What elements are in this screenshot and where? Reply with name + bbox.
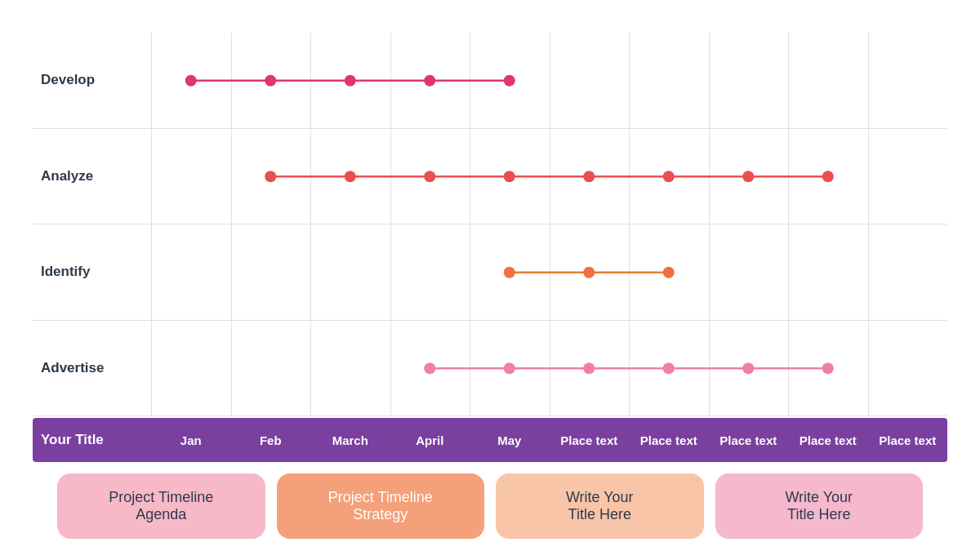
header-month: Place text (709, 429, 789, 452)
gantt-rows: DevelopAnalyzeIdentifyAdvertise (33, 33, 947, 416)
gantt-cell (629, 129, 709, 224)
gantt-cell (470, 129, 550, 224)
gantt-cell (310, 224, 390, 320)
header-month: Feb (231, 429, 311, 452)
gantt-cells-3 (151, 321, 947, 416)
gantt-row-develop: Develop (33, 33, 947, 129)
gantt-cell (310, 33, 390, 128)
gantt-wrapper: DevelopAnalyzeIdentifyAdvertise (33, 33, 947, 416)
gantt-cell (868, 129, 948, 224)
gantt-cell (709, 33, 789, 128)
task-label-advertise: Advertise (33, 360, 151, 376)
gantt-cell (470, 33, 550, 128)
gantt-cell (550, 33, 630, 128)
gantt-cell (151, 224, 231, 320)
gantt-cell (231, 33, 311, 128)
gantt-cell (868, 321, 948, 416)
gantt-cell (390, 321, 470, 416)
gantt-cell (470, 224, 550, 320)
header-month: Place text (868, 429, 948, 452)
header-title: Your Title (33, 427, 151, 453)
gantt-cell (231, 321, 311, 416)
gantt-cell (390, 33, 470, 128)
gantt-cell (550, 224, 630, 320)
header-month: April (390, 429, 470, 452)
page: DevelopAnalyzeIdentifyAdvertise Your Tit… (0, 0, 980, 551)
gantt-cells-1 (151, 129, 947, 224)
gantt-cells-0 (151, 33, 947, 128)
task-label-identify: Identify (33, 264, 151, 280)
header-month: Jan (151, 429, 231, 452)
header-month: March (310, 429, 390, 452)
gantt-cell (390, 224, 470, 320)
gantt-row-identify: Identify (33, 224, 947, 321)
gantt-row-analyze: Analyze (33, 129, 947, 225)
gantt-cell (231, 224, 311, 320)
gantt-cell (310, 321, 390, 416)
gantt-cell (788, 129, 868, 224)
gantt-cell (470, 321, 550, 416)
gantt-cell (629, 33, 709, 128)
gantt-cell (788, 321, 868, 416)
gantt-cell (629, 321, 709, 416)
bottom-card-1[interactable]: Project Timeline Strategy (277, 473, 485, 539)
gantt-cell (788, 224, 868, 320)
header-month: Place text (550, 429, 630, 452)
bottom-cards: Project Timeline AgendaProject Timeline … (33, 473, 947, 539)
gantt-cell (390, 129, 470, 224)
bottom-card-2[interactable]: Write Your Title Here (496, 473, 704, 539)
gantt-cell (151, 129, 231, 224)
gantt-cell (151, 321, 231, 416)
task-label-analyze: Analyze (33, 168, 151, 184)
gantt-row-advertise: Advertise (33, 321, 947, 417)
gantt-cell (868, 33, 948, 128)
gantt-cell (550, 321, 630, 416)
gantt-cell (310, 129, 390, 224)
chart-area: DevelopAnalyzeIdentifyAdvertise Your Tit… (33, 33, 947, 462)
header-month: Place text (629, 429, 709, 452)
gantt-cell (868, 224, 948, 320)
header-month: May (470, 429, 550, 452)
gantt-cell (550, 129, 630, 224)
bottom-card-0[interactable]: Project Timeline Agenda (57, 473, 265, 539)
header-row: Your TitleJanFebMarchAprilMayPlace textP… (33, 418, 947, 462)
header-month: Place text (788, 429, 868, 452)
gantt-cell (629, 224, 709, 320)
gantt-cells-2 (151, 224, 947, 320)
bottom-card-3[interactable]: Write Your Title Here (715, 473, 924, 539)
gantt-cell (709, 224, 789, 320)
gantt-cell (788, 33, 868, 128)
gantt-cell (151, 33, 231, 128)
gantt-cell (709, 321, 789, 416)
task-label-develop: Develop (33, 72, 151, 88)
gantt-cell (231, 129, 311, 224)
gantt-cell (709, 129, 789, 224)
